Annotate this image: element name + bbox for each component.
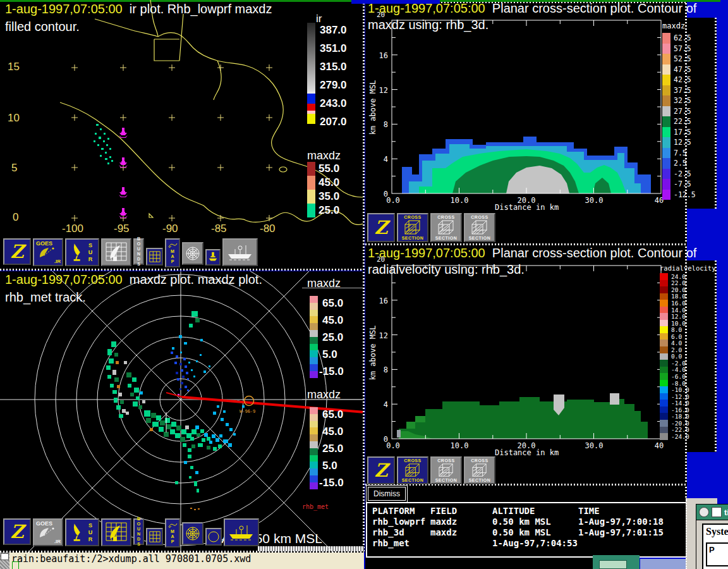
ir-tick: 387.0 xyxy=(320,24,347,37)
window-doc-icon[interactable] xyxy=(712,507,722,517)
velocity-contours xyxy=(397,393,648,439)
ship-icon xyxy=(228,523,255,541)
tr-colorbar: 62.557.552.547.542.537.532.527.522.517.5… xyxy=(662,33,696,200)
small-grid-button[interactable] xyxy=(146,248,163,266)
bounds-button[interactable]: BOUNDS xyxy=(133,238,144,265)
zebra-logo-button[interactable]: Z xyxy=(3,518,31,545)
bl-cb-tick: -15.0 xyxy=(319,365,344,378)
ir-tick: 207.0 xyxy=(320,116,347,128)
bl-colorbar-1 xyxy=(310,296,318,378)
teal-inner-box xyxy=(599,560,627,569)
cross-section-button[interactable]: CROSS SECTION xyxy=(430,456,462,484)
scrollbar-thumb[interactable] xyxy=(1,553,9,560)
bl-cb-tick: 5.0 xyxy=(322,348,337,361)
ship-icon xyxy=(227,243,253,261)
cube-icon xyxy=(437,463,456,478)
bl-cb-tick: 25.0 xyxy=(322,331,343,344)
cross-section-button[interactable]: CROSS SECTION xyxy=(464,456,495,484)
tr-colorbar-title: maxdz xyxy=(662,21,685,30)
zebra-logo-button[interactable]: Z xyxy=(3,238,31,265)
ir-tick: 279.0 xyxy=(320,79,347,92)
cube-icon xyxy=(403,219,422,236)
zebra-z-icon: Z xyxy=(374,219,387,237)
goes-ir-button[interactable]: GOES .IR xyxy=(33,238,63,266)
ir-tick: 351.0 xyxy=(320,42,347,55)
platform-table: PLATFORMFIELDALTITUDETIME rhb_lowprfmaxd… xyxy=(366,502,688,558)
cube-icon xyxy=(470,463,489,478)
ir-tick: 315.0 xyxy=(320,61,347,73)
zebra-logo-button[interactable]: Z xyxy=(367,456,395,484)
ir-colorbar-label: ir xyxy=(316,13,322,25)
goes-ir-button[interactable]: GOES .IR xyxy=(33,518,63,546)
map-button[interactable]: MAP xyxy=(165,238,180,267)
periwinkle-fragment xyxy=(640,559,686,569)
grid-icon xyxy=(149,530,161,543)
tr-title-line2: maxdz using: rhb_3d. xyxy=(368,18,488,32)
cross-section-button[interactable]: CROSS SECTION xyxy=(464,213,495,242)
ship-button[interactable] xyxy=(222,238,258,266)
time-window-titlebar[interactable]: ti xyxy=(696,505,728,520)
system-dialog-button[interactable]: P xyxy=(706,542,728,566)
cross-section-button-active[interactable]: CROSS SECTION xyxy=(397,213,428,242)
bl-cb-tick: 45.0 xyxy=(322,425,343,438)
tl-title-line2: filled contour. xyxy=(5,20,80,34)
tr-xtick: 10.0 xyxy=(451,196,469,205)
table-row: rhb_lowprfmaxdz0.50 km MSL1-Aug-97,7:00:… xyxy=(372,517,686,527)
window-menu-icon[interactable] xyxy=(699,507,709,517)
small-grid-button[interactable] xyxy=(146,528,163,546)
br-ytick: 16 xyxy=(374,297,388,305)
scan-rings-button[interactable] xyxy=(182,242,203,265)
tl-maxdz-label: maxdz xyxy=(307,149,341,162)
br-xtick: 30.0 xyxy=(585,441,604,450)
br-title-line2: radialvelocity using: rhb_3d. xyxy=(368,262,525,277)
surveillance-button[interactable]: SUR xyxy=(65,518,99,546)
grid-radar-button[interactable] xyxy=(101,238,131,266)
bl-cb-tick: 65.0 xyxy=(322,408,343,421)
br-xtick: 10.0 xyxy=(451,441,469,450)
cross-section-button-active[interactable]: CROSS SECTION xyxy=(397,456,428,484)
tl-maxdz-colorbar: 55.045.035.025.0 xyxy=(307,162,339,217)
scan-rings-button[interactable] xyxy=(182,522,203,545)
map-squiggle-icon xyxy=(167,522,178,529)
grid-radar-icon xyxy=(104,241,129,264)
tr-ytick: 16 xyxy=(374,51,388,60)
divider-cbar-tr xyxy=(715,18,717,209)
terminal-cursor xyxy=(12,561,19,569)
map-button[interactable]: MAP xyxy=(165,518,180,548)
ship-button[interactable] xyxy=(224,518,259,546)
lat-tick: 10 xyxy=(8,112,20,125)
waypoint-tag: W-96-9 xyxy=(240,409,255,414)
grid-radar-icon xyxy=(104,521,129,544)
buoy-button[interactable] xyxy=(205,249,221,266)
tr-xtick: 30.0 xyxy=(585,196,604,205)
terminal-scrollbar[interactable] xyxy=(0,553,9,569)
surveillance-button[interactable]: SUR xyxy=(65,238,99,266)
grid-radar-button[interactable] xyxy=(101,518,131,546)
time-window: ti Syste P xyxy=(696,504,728,569)
radar-echoes xyxy=(106,311,245,510)
latlon-grid-crosses xyxy=(71,64,272,221)
system-dialog: Syste P xyxy=(702,523,728,569)
br-xtick: 0.0 xyxy=(386,441,400,450)
bl-maxdz-label-1: maxdz xyxy=(307,277,341,290)
bounds-button[interactable]: BOUNDS xyxy=(133,518,144,545)
radar-antenna-icon xyxy=(71,242,85,263)
tr-xtick: 0.0 xyxy=(386,196,400,205)
tr-ytick-20: 20 xyxy=(377,11,385,19)
zebra-display-root: 1-aug-1997,07:05:00 ir plot. Rhb_lowprf … xyxy=(0,0,728,569)
br-title-line1: 1-aug-1997,07:05:00 Planar cross-section… xyxy=(368,246,696,260)
window-title: ti xyxy=(724,508,728,517)
range-rings xyxy=(0,271,363,553)
cube-icon xyxy=(470,219,489,236)
circle-button[interactable] xyxy=(205,528,222,546)
zebra-logo-button[interactable]: Z xyxy=(367,213,395,242)
dismiss-button[interactable]: Dismiss xyxy=(368,487,406,501)
tr-xlabel: Distance in km xyxy=(495,203,559,212)
br-ylabel: km above MSL xyxy=(368,321,377,384)
bl-cb-tick: -15.0 xyxy=(319,477,344,489)
lon-tick: -85 xyxy=(211,223,227,235)
cross-section-button[interactable]: CROSS SECTION xyxy=(430,213,462,242)
terminal-window[interactable]: rain:beaufait:/2>xdump.all 970801.0705.x… xyxy=(9,553,364,569)
bl-toolbar: Z GOES .IR SUR BOUNDS MAP xyxy=(3,518,259,548)
tl-toolbar: Z GOES .IR SUR BOUNDS MAP xyxy=(3,238,258,267)
